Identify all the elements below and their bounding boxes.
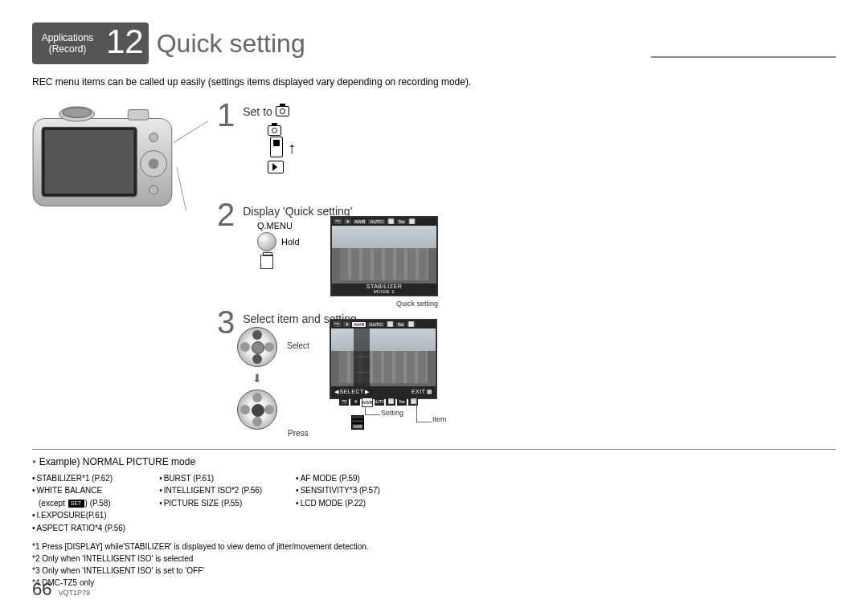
- step-number: 1: [217, 100, 235, 129]
- intro-text: REC menu items can be called up easily (…: [32, 75, 836, 89]
- example-heading: Example) NORMAL PICTURE mode: [32, 456, 836, 467]
- screen-1-caption: Quick setting: [330, 300, 438, 308]
- footnotes: *1 Press [DISPLAY] while'STABILIZER' is …: [32, 541, 836, 589]
- mode-switch-icons: ↑: [268, 124, 296, 173]
- page-footer: 66 VQT1P79: [32, 579, 90, 600]
- setting-column-icons: AWB: [351, 415, 364, 430]
- footnote-4: *4 DMC-TZ5 only: [32, 577, 836, 589]
- column-1: STABILIZER*1 (P.62) WHITE BALANCE (excep…: [32, 472, 125, 535]
- document-code: VQT1P79: [58, 589, 90, 597]
- trash-icon: [260, 255, 273, 269]
- step-number: 3: [217, 308, 235, 337]
- dpad-block: ⬇ Select Press: [237, 327, 309, 438]
- settings-columns: STABILIZER*1 (P.62) WHITE BALANCE (excep…: [32, 472, 836, 535]
- instruction-area: 1 Set to ↑ 2 Display 'Quick setting' Q.M…: [32, 94, 836, 447]
- rec-icon: [268, 125, 281, 136]
- camera-icon: [276, 106, 289, 116]
- camera-illustration: [26, 94, 186, 234]
- select-label: Select: [287, 341, 309, 350]
- page-header: Applications (Record) 12 Quick setting: [32, 22, 836, 64]
- playback-icon: [268, 161, 284, 173]
- screen-select-label: SELECT: [340, 389, 364, 394]
- list-item: (except SET) (P.58): [39, 497, 125, 510]
- list-item: INTELLIGENT ISO*2 (P.56): [159, 484, 262, 497]
- hold-label: Hold: [281, 237, 300, 247]
- dpad-press-icon: [237, 390, 277, 430]
- section-divider: [32, 449, 836, 450]
- list-item: LCD MODE (P.22): [296, 497, 380, 510]
- svg-point-5: [149, 133, 158, 141]
- list-item: AF MODE (P.59): [296, 472, 380, 485]
- set-icon: SET: [68, 500, 84, 508]
- svg-point-8: [62, 108, 91, 118]
- footnote-2: *2 Only when 'INTELLIGENT ISO' is select…: [32, 553, 836, 565]
- page-number: 66: [32, 579, 51, 600]
- svg-point-4: [149, 158, 159, 169]
- up-arrow-icon: ↑: [288, 139, 296, 157]
- press-label: Press: [288, 429, 309, 438]
- screen-preview-1: 📷☀AWBAUTO⬜5м⬜ STABILIZER MODE 1 Quick se…: [330, 216, 438, 308]
- list-item: WHITE BALANCE: [32, 484, 125, 497]
- item-label: Item: [432, 415, 447, 423]
- chapter-number: 12: [103, 22, 149, 64]
- list-item: STABILIZER*1 (P.62): [32, 472, 125, 485]
- switch-icon: [270, 137, 283, 157]
- header-rule: [651, 29, 836, 58]
- screen-exit-label: EXIT: [411, 389, 426, 394]
- dpad-select-icon: [237, 327, 277, 367]
- svg-rect-9: [128, 109, 148, 120]
- screen-mode-label: MODE 1: [366, 289, 403, 294]
- svg-rect-2: [45, 130, 134, 194]
- svg-point-6: [149, 186, 158, 194]
- footnote-3: *3 Only when 'INTELLIGENT ISO' is set to…: [32, 565, 836, 577]
- column-3: AF MODE (P.59) SENSITIVITY*3 (P.57) LCD …: [296, 472, 380, 535]
- list-item: I.EXPOSURE(P.61): [32, 509, 125, 522]
- qmenu-label: Q.MENU: [257, 221, 300, 230]
- down-arrow-icon: ⬇: [252, 372, 262, 385]
- list-item: ASPECT RATIO*4 (P.56): [32, 522, 125, 535]
- screen-preview-2: 📷☀AWBAUTO⬜5м⬜ ◀SELECT▶ EXIT▦: [330, 319, 437, 399]
- list-item: PICTURE SIZE (P.55): [159, 497, 262, 510]
- qmenu-button-icon: [257, 232, 276, 251]
- page-title: Quick setting: [157, 29, 305, 59]
- header-category: Applications (Record): [32, 29, 103, 59]
- setting-label: Setting: [381, 409, 403, 417]
- footnote-1: *1 Press [DISPLAY] while'STABILIZER' is …: [32, 541, 836, 553]
- column-2: BURST (P.61) INTELLIGENT ISO*2 (P.56) PI…: [159, 472, 262, 535]
- list-item: BURST (P.61): [159, 472, 262, 485]
- qmenu-button-block: Q.MENU Hold: [257, 221, 300, 269]
- list-item: SENSITIVITY*3 (P.57): [296, 484, 380, 497]
- step-2-title: Display 'Quick setting': [243, 200, 352, 218]
- screen-stabilizer-label: STABILIZER: [366, 284, 403, 289]
- step-number: 2: [217, 200, 235, 229]
